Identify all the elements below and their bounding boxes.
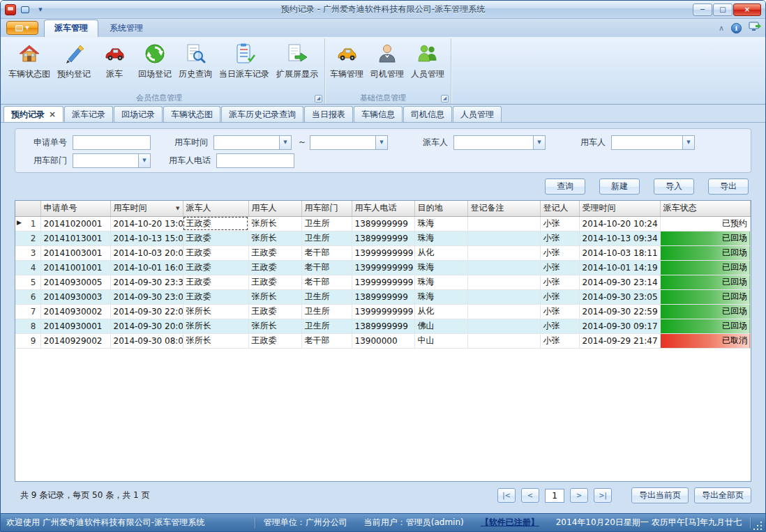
- doc-tab-1[interactable]: 派车记录: [64, 106, 113, 122]
- table-row[interactable]: 8201409300012014-09-30 20:00张所长张所长卫生所138…: [15, 319, 751, 333]
- cell-phone[interactable]: 1389999999: [352, 231, 414, 245]
- column-header-dispatcher[interactable]: 派车人: [183, 201, 248, 216]
- cell-accept-time[interactable]: 2014-09-30 09:17: [579, 319, 660, 333]
- use-time-to-select[interactable]: ▼: [310, 135, 388, 150]
- column-header-registrar[interactable]: 登记人: [540, 201, 579, 216]
- cell-use-time[interactable]: 2014-09-30 23:00: [110, 289, 183, 304]
- import-button[interactable]: 导入: [654, 178, 694, 195]
- cell-status[interactable]: 已取消: [660, 333, 751, 348]
- user-select[interactable]: ▼: [611, 135, 695, 150]
- vehicle-manage-button[interactable]: 车辆管理: [326, 40, 367, 91]
- cell-use-time[interactable]: 2014-10-01 16:00: [110, 260, 183, 275]
- cell-accept-time[interactable]: 2014-09-30 23:05: [579, 289, 660, 304]
- use-time-from-select[interactable]: ▼: [213, 135, 292, 150]
- minimize-button[interactable]: ─: [693, 3, 712, 16]
- cell-registrar[interactable]: 小张: [540, 289, 579, 304]
- cell-phone[interactable]: 13999999999: [352, 245, 414, 260]
- cell-status[interactable]: 已回场: [660, 260, 751, 275]
- column-header-use-time[interactable]: 用车时间▼: [110, 201, 183, 216]
- ribbon-collapse-icon[interactable]: ∧: [719, 24, 724, 33]
- doc-tab-5[interactable]: 当日报表: [304, 106, 353, 122]
- cell-registrar[interactable]: 小张: [540, 245, 579, 260]
- cell-destination[interactable]: 珠海: [414, 275, 467, 289]
- table-row[interactable]: 5201409300052014-09-30 23:30王政委王政委老干部139…: [15, 275, 751, 289]
- reservation-register-button[interactable]: 预约登记: [54, 40, 94, 91]
- column-header-department[interactable]: 用车部门: [301, 201, 352, 216]
- close-tab-icon[interactable]: ×: [49, 111, 56, 118]
- ribbon-tab-system[interactable]: 系统管理: [100, 20, 153, 37]
- cell-department[interactable]: 老干部: [301, 245, 352, 260]
- cell-user[interactable]: 张所长: [248, 319, 301, 333]
- export-button[interactable]: 导出: [708, 178, 749, 195]
- cell-status[interactable]: 已回场: [660, 304, 751, 319]
- table-row[interactable]: ▶1201410200012014-10-20 13:00王政委张所长卫生所13…: [15, 216, 751, 231]
- cell-destination[interactable]: 中山: [414, 333, 467, 348]
- cell-remark[interactable]: [467, 260, 540, 275]
- cell-use-time[interactable]: 2014-09-30 08:00: [110, 333, 183, 348]
- cell-accept-time[interactable]: 2014-10-13 09:34: [579, 231, 660, 245]
- table-row[interactable]: 9201409290022014-09-30 08:00张所长王政委老干部139…: [15, 333, 751, 348]
- cell-phone[interactable]: 13999999999: [352, 260, 414, 275]
- cell-user[interactable]: 张所长: [248, 289, 301, 304]
- maximize-button[interactable]: □: [713, 3, 733, 16]
- cell-accept-time[interactable]: 2014-09-29 21:47: [579, 333, 660, 348]
- cell-accept-time[interactable]: 2014-10-20 10:24: [579, 216, 660, 231]
- cell-destination[interactable]: 珠海: [414, 216, 467, 231]
- cell-accept-time[interactable]: 2014-10-01 14:19: [579, 260, 660, 275]
- cell-status[interactable]: 已回场: [660, 245, 751, 260]
- cell-destination[interactable]: 珠海: [414, 231, 467, 245]
- cell-user[interactable]: 王政委: [248, 245, 301, 260]
- cell-registrar[interactable]: 小张: [540, 319, 579, 333]
- group-dialog-launcher-icon[interactable]: ◢: [315, 95, 322, 102]
- qat-window-button[interactable]: [19, 4, 31, 15]
- cell-request-no[interactable]: 20141020001: [40, 216, 110, 231]
- cell-request-no[interactable]: 20140929002: [40, 333, 110, 348]
- table-row[interactable]: 3201410030012014-10-03 20:00王政委王政委老干部139…: [15, 245, 751, 260]
- cell-accept-time[interactable]: 2014-10-03 18:11: [579, 245, 660, 260]
- cell-user[interactable]: 张所长: [248, 231, 301, 245]
- ribbon-tab-dispatch[interactable]: 派车管理: [44, 20, 98, 37]
- export-current-page-button[interactable]: 导出当前页: [631, 487, 689, 503]
- cell-user[interactable]: 张所长: [248, 216, 301, 231]
- cell-request-no[interactable]: 20141003001: [40, 245, 110, 260]
- column-header-request-no[interactable]: 申请单号: [40, 201, 110, 216]
- doc-tab-2[interactable]: 回场记录: [114, 106, 163, 122]
- cell-destination[interactable]: 从化: [414, 304, 467, 319]
- cell-dispatcher[interactable]: 张所长: [183, 319, 248, 333]
- prev-page-button[interactable]: <: [521, 488, 539, 503]
- cell-destination[interactable]: 珠海: [414, 260, 467, 275]
- cell-destination[interactable]: 佛山: [414, 319, 467, 333]
- cell-phone[interactable]: 1389999999: [352, 289, 414, 304]
- close-button[interactable]: ×: [733, 3, 761, 16]
- group-dialog-launcher-icon[interactable]: ◢: [441, 95, 449, 102]
- request-no-input[interactable]: [73, 135, 151, 150]
- column-header-remark[interactable]: 登记备注: [467, 201, 540, 216]
- cell-status[interactable]: 已回场: [660, 289, 751, 304]
- column-header-destination[interactable]: 目的地: [414, 201, 467, 216]
- column-header-accept-time[interactable]: 受理时间: [579, 201, 660, 216]
- cell-department[interactable]: 卫生所: [301, 304, 352, 319]
- cell-status[interactable]: 已回场: [660, 319, 751, 333]
- cell-phone[interactable]: 1389999999: [352, 216, 414, 231]
- cell-department[interactable]: 卫生所: [301, 231, 352, 245]
- cell-request-no[interactable]: 20140930001: [40, 319, 110, 333]
- dispatch-button[interactable]: 派车: [94, 40, 135, 91]
- cell-use-time[interactable]: 2014-10-20 13:00: [110, 216, 183, 231]
- cell-department[interactable]: 老干部: [301, 260, 352, 275]
- cell-remark[interactable]: [467, 333, 540, 348]
- cell-registrar[interactable]: 小张: [540, 216, 579, 231]
- cell-registrar[interactable]: 小张: [540, 333, 579, 348]
- cell-phone[interactable]: 1389999999: [352, 319, 414, 333]
- cell-phone[interactable]: 13900000: [352, 333, 414, 348]
- cell-destination[interactable]: 从化: [414, 245, 467, 260]
- qat-dropdown-icon[interactable]: ▼: [34, 4, 47, 15]
- cell-dispatcher[interactable]: 张所长: [183, 304, 248, 319]
- history-query-button[interactable]: 历史查询: [175, 40, 216, 91]
- column-header-user[interactable]: 用车人: [248, 201, 301, 216]
- cell-user[interactable]: 王政委: [248, 304, 301, 319]
- query-button[interactable]: 查询: [545, 178, 585, 195]
- personnel-manage-button[interactable]: 人员管理: [407, 40, 448, 91]
- return-register-button[interactable]: 回场登记: [135, 40, 175, 91]
- cell-remark[interactable]: [467, 304, 540, 319]
- cell-request-no[interactable]: 20140930003: [40, 289, 110, 304]
